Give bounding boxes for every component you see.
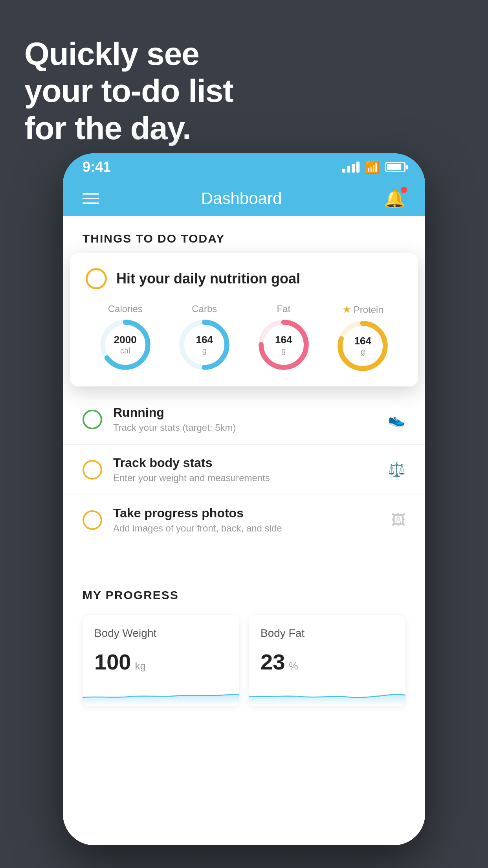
protein-value: 164	[354, 335, 371, 347]
portrait-icon: 🖼	[391, 512, 405, 528]
todo-item-photos[interactable]: Take progress photos Add images of your …	[63, 495, 425, 545]
nutrition-carbs: Carbs 164 g	[179, 303, 230, 370]
body-weight-value: 100	[94, 649, 131, 675]
todo-item-running[interactable]: Running Track your stats (target: 5km) 👟	[63, 394, 425, 445]
carbs-label: Carbs	[192, 303, 217, 314]
status-bar: 9:41 📶	[63, 153, 425, 181]
photos-subtitle: Add images of your front, back, and side	[113, 523, 391, 534]
protein-donut: 164 g	[337, 320, 388, 371]
nutrition-check-circle[interactable]	[86, 268, 107, 289]
nutrition-protein: ★ Protein 164 g	[337, 303, 388, 371]
nutrition-circles: Calories 2000 cal Carbs	[86, 303, 402, 371]
notification-bell-icon[interactable]: 🔔	[384, 188, 405, 209]
phone-body: THINGS TO DO TODAY Hit your daily nutrit…	[63, 216, 425, 845]
running-text: Running Track your stats (target: 5km)	[113, 405, 388, 433]
progress-section-title: MY PROGRESS	[83, 588, 405, 602]
protein-unit: g	[354, 348, 371, 357]
star-icon: ★	[342, 303, 351, 316]
carbs-value: 164	[196, 334, 213, 346]
app-header: Dashboard 🔔	[63, 181, 425, 216]
running-subtitle: Track your stats (target: 5km)	[113, 422, 388, 433]
wifi-icon: 📶	[365, 160, 380, 174]
protein-label: Protein	[354, 304, 383, 315]
fat-unit: g	[275, 346, 292, 356]
photos-text: Take progress photos Add images of your …	[113, 506, 391, 534]
body-weight-chart	[83, 682, 239, 706]
phone-frame: 9:41 📶 Dashboard 🔔 TH	[63, 153, 425, 845]
protein-label-row: ★ Protein	[342, 303, 383, 316]
status-time: 9:41	[83, 159, 111, 175]
fat-value: 164	[275, 334, 292, 346]
carbs-unit: g	[196, 346, 213, 356]
body-fat-value-row: 23 %	[261, 649, 394, 675]
status-icons: 📶	[342, 160, 405, 174]
fat-label: Fat	[277, 303, 290, 314]
fat-donut: 164 g	[258, 319, 309, 370]
menu-icon[interactable]	[83, 193, 99, 204]
body-weight-card: Body Weight 100 kg	[83, 615, 239, 706]
header-title: Dashboard	[201, 189, 282, 208]
body-stats-subtitle: Enter your weight and measurements	[113, 473, 388, 484]
notification-dot	[401, 187, 407, 193]
nutrition-card-header: Hit your daily nutrition goal	[86, 268, 402, 289]
battery-icon	[385, 162, 405, 172]
body-stats-check-circle	[83, 460, 102, 480]
nutrition-card-title: Hit your daily nutrition goal	[116, 270, 300, 287]
headline-line2: your to-do list	[24, 73, 233, 108]
running-shoe-icon: 👟	[388, 411, 405, 428]
body-fat-unit: %	[289, 660, 298, 672]
calories-label: Calories	[108, 303, 143, 314]
running-check-circle	[83, 410, 102, 429]
nutrition-card: Hit your daily nutrition goal Calories 2…	[70, 253, 418, 386]
main-headline: Quickly see your to-do list for the day.	[24, 35, 233, 147]
body-fat-card-title: Body Fat	[261, 627, 394, 640]
body-fat-card: Body Fat 23 %	[249, 615, 405, 706]
photos-check-circle	[83, 510, 102, 530]
calories-donut: 2000 cal	[100, 319, 151, 370]
body-stats-text: Track body stats Enter your weight and m…	[113, 456, 388, 484]
headline-line1: Quickly see	[24, 36, 199, 72]
body-weight-card-title: Body Weight	[94, 627, 227, 640]
todo-list: Running Track your stats (target: 5km) 👟…	[63, 394, 425, 545]
nutrition-fat: Fat 164 g	[258, 303, 309, 370]
progress-cards: Body Weight 100 kg	[83, 615, 405, 706]
todo-item-body-stats[interactable]: Track body stats Enter your weight and m…	[63, 445, 425, 495]
body-weight-value-row: 100 kg	[94, 649, 227, 675]
calories-unit: cal	[114, 346, 137, 356]
scale-icon: ⚖️	[388, 462, 405, 478]
photos-title: Take progress photos	[113, 506, 391, 520]
carbs-donut: 164 g	[179, 319, 230, 370]
body-weight-unit: kg	[135, 660, 145, 672]
body-stats-title: Track body stats	[113, 456, 388, 470]
calories-value: 2000	[114, 334, 137, 346]
signal-icon	[342, 162, 360, 173]
running-title: Running	[113, 405, 388, 420]
headline-line3: for the day.	[24, 110, 191, 146]
things-to-do-section-label: THINGS TO DO TODAY	[63, 216, 425, 253]
body-fat-value: 23	[261, 649, 285, 675]
body-fat-chart	[249, 682, 405, 706]
nutrition-calories: Calories 2000 cal	[100, 303, 151, 370]
progress-section: MY PROGRESS Body Weight 100 kg	[63, 569, 425, 706]
